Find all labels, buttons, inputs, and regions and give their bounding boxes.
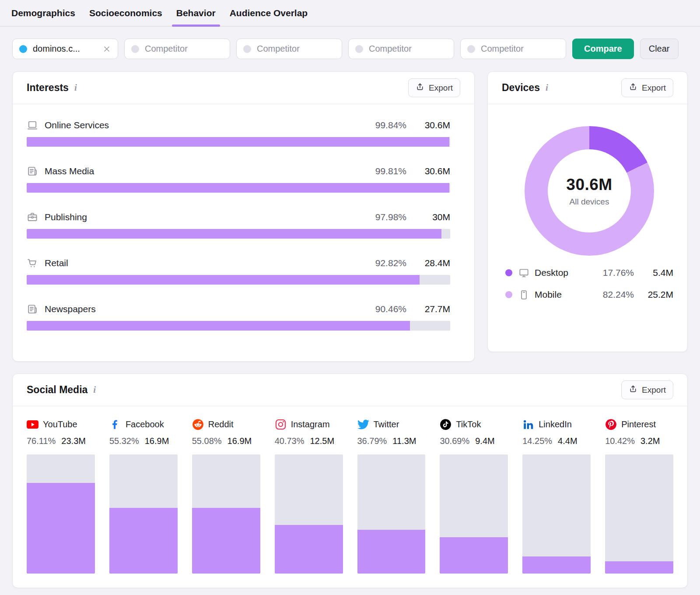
platform-name: Twitter: [374, 419, 399, 430]
platform-bar-track: [192, 454, 260, 574]
info-icon[interactable]: i: [93, 384, 96, 395]
platform-percent: 40.73%: [275, 436, 304, 446]
platform-stats: 76.11%23.3M: [27, 436, 95, 446]
social-platform-column: Reddit55.08%16.9M: [192, 419, 260, 574]
interest-bar-fill: [27, 229, 441, 239]
export-label: Export: [429, 83, 453, 93]
competitor-input[interactable]: Competitor: [236, 39, 342, 59]
placeholder-dot-icon: [131, 45, 139, 53]
platform-name-row: Reddit: [192, 419, 260, 430]
competitor-input[interactable]: Competitor: [460, 39, 566, 59]
reddit-icon: [192, 419, 204, 430]
cart-icon: [27, 257, 38, 269]
platform-bar-fill: [192, 508, 260, 574]
interest-bar-track: [27, 137, 450, 147]
interest-row: Publishing97.98%30M: [27, 211, 450, 239]
platform-bar-track: [27, 454, 95, 574]
clear-button[interactable]: Clear: [640, 39, 679, 59]
interest-bar-track: [27, 229, 450, 239]
platform-name-row: LinkedIn: [522, 419, 591, 430]
competitor-input[interactable]: Competitor: [124, 39, 230, 59]
interest-row: Online Services99.84%30.6M: [27, 120, 450, 147]
newspaper-icon: [27, 303, 38, 315]
legend-dot-icon: [505, 269, 512, 276]
linkedin-icon: [522, 419, 534, 430]
info-icon[interactable]: i: [74, 82, 77, 93]
interest-value: 30.6M: [412, 166, 450, 176]
platform-name-row: Facebook: [109, 419, 178, 430]
interest-value: 30M: [412, 212, 450, 222]
platform-stats: 30.69%9.4M: [440, 436, 508, 446]
interest-row: Newspapers90.46%27.7M: [27, 303, 450, 331]
platform-name: Reddit: [208, 419, 234, 430]
platform-percent: 36.79%: [357, 436, 387, 446]
devices-title: Devices: [502, 82, 540, 94]
platform-stats: 55.32%16.9M: [109, 436, 178, 446]
interest-bar-fill: [27, 275, 420, 285]
platform-bar-track: [605, 454, 673, 574]
audience-insights-page: DemographicsSocioeconomicsBehaviorAudien…: [0, 0, 700, 588]
donut-center: 30.6M All devices: [548, 149, 631, 232]
interests-title: Interests: [27, 82, 69, 94]
platform-bar-track: [357, 454, 426, 574]
interest-label: Newspapers: [45, 304, 96, 314]
interest-value: 27.7M: [412, 304, 450, 314]
platform-name: Pinterest: [621, 419, 656, 430]
device-label: Desktop: [535, 268, 568, 278]
social-platform-column: Twitter36.79%11.3M: [357, 419, 426, 574]
info-icon[interactable]: i: [546, 82, 548, 93]
donut-total-label: All devices: [570, 197, 609, 207]
platform-name: Instagram: [291, 419, 330, 430]
interest-label: Online Services: [45, 120, 109, 130]
social-card-header: Social Media i Export: [13, 374, 687, 406]
interest-row-header: Newspapers90.46%27.7M: [27, 303, 450, 315]
competitor-input[interactable]: Competitor: [348, 39, 454, 59]
placeholder-dot-icon: [467, 45, 475, 53]
interest-percent: 99.84%: [375, 120, 406, 130]
platform-name: Facebook: [126, 419, 164, 430]
platform-bar-track: [109, 454, 178, 574]
competitor-placeholder: Competitor: [369, 44, 412, 54]
platform-name-row: TikTok: [440, 419, 508, 430]
platform-value: 23.3M: [61, 436, 86, 446]
platform-value: 16.9M: [145, 436, 169, 446]
platform-percent: 30.69%: [440, 436, 469, 446]
export-button[interactable]: Export: [621, 380, 673, 399]
social-platform-column: Facebook55.32%16.9M: [109, 419, 178, 574]
platform-stats: 55.08%16.9M: [192, 436, 260, 446]
tab-demographics[interactable]: Demographics: [10, 0, 76, 26]
social-platform-column: TikTok30.69%9.4M: [440, 419, 508, 574]
competitor-placeholder: Competitor: [145, 44, 188, 54]
devices-body: 30.6M All devices Desktop17.76%5.4MMobil…: [488, 126, 687, 306]
export-button[interactable]: Export: [621, 78, 673, 97]
close-icon[interactable]: [102, 45, 111, 53]
device-percent: 17.76%: [586, 268, 634, 278]
laptop-icon: [27, 120, 38, 131]
interest-label: Retail: [45, 258, 68, 268]
export-button[interactable]: Export: [408, 78, 460, 97]
platform-name-row: Twitter: [357, 419, 426, 430]
interest-percent: 90.46%: [375, 304, 406, 314]
tab-audience-overlap[interactable]: Audience Overlap: [229, 0, 309, 26]
tab-behavior[interactable]: Behavior: [175, 0, 217, 26]
social-platform-column: Instagram40.73%12.5M: [275, 419, 343, 574]
interest-percent: 99.81%: [375, 166, 406, 176]
domain-input[interactable]: dominos.c...: [12, 39, 118, 59]
social-platform-column: Pinterest10.42%3.2M: [605, 419, 673, 574]
facebook-icon: [109, 419, 121, 430]
instagram-icon: [275, 419, 287, 430]
interest-row-header: Mass Media99.81%30.6M: [27, 165, 450, 177]
platform-name-row: Instagram: [275, 419, 343, 430]
device-label: Mobile: [535, 289, 562, 300]
platform-stats: 40.73%12.5M: [275, 436, 343, 446]
platform-value: 3.2M: [640, 436, 660, 446]
platform-name: TikTok: [456, 419, 481, 430]
interests-card: Interests i Export Online Services99.84%…: [12, 71, 475, 362]
platform-value: 12.5M: [310, 436, 334, 446]
tab-socioeconomics[interactable]: Socioeconomics: [88, 0, 163, 26]
placeholder-dot-icon: [243, 45, 251, 53]
compare-button[interactable]: Compare: [572, 39, 634, 59]
youtube-icon: [27, 419, 38, 430]
upload-icon: [629, 384, 637, 395]
platform-stats: 14.25%4.4M: [522, 436, 591, 446]
